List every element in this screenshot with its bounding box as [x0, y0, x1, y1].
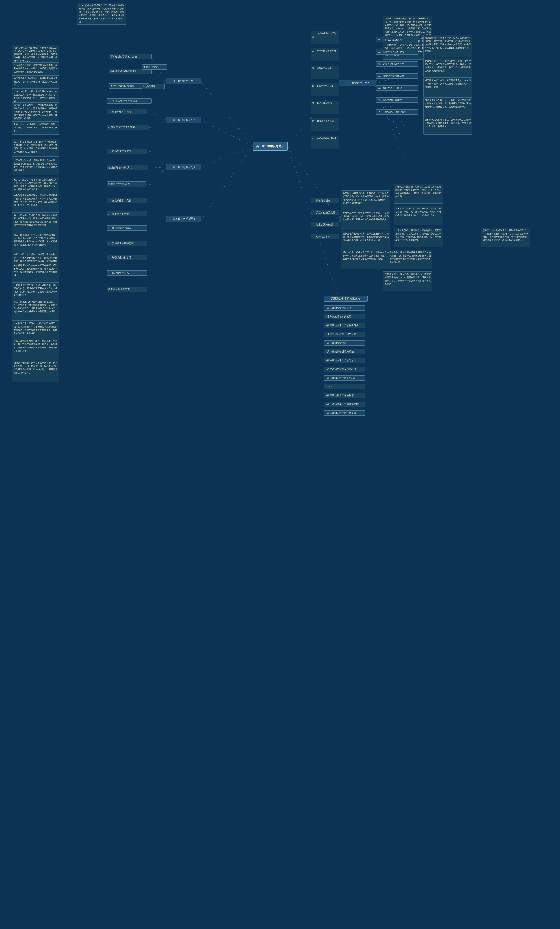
text-r2-right-2: 在教学中，要关注学生的心理健康，帮助学生建立正确的考试心态，减少考试焦虑，让学生… — [394, 206, 443, 225]
text-r2-right-3: 一个好的教师，不仅仅是知识的传授者，更是学生的引路人，在高三阶段，教师要关注学生… — [394, 228, 443, 247]
r2-c3-label: 3、注重实践与创新 — [312, 223, 333, 226]
l4-extra-2[interactable]: 6、处理好师生关系 — [107, 270, 147, 276]
l4-child-4[interactable]: 4、教师学生生活与态度 — [107, 241, 147, 246]
node-n10[interactable]: 把握好高考的考试方向 — [107, 165, 148, 170]
text-left-4: 作为一名教师，全面发展自己的教学能力，改进授课方式，引导学生正确思考，认真学习，… — [12, 89, 59, 104]
svg-line-1 — [201, 120, 252, 146]
r3-c13-label: ● 高三政治课教学的年终反思 — [325, 411, 356, 415]
r3-child-6[interactable]: ● 高中政治教学反思与总结 — [324, 349, 365, 354]
text-r1-1: 考试成绩与学生素质有一定的联系，如果教学方法合理，学生的学习主动性强，在知识的掌… — [423, 35, 473, 57]
text-additional-1: 在高三政治的最后复习阶段，我深感责任的重大，每一节课都要认真备课，精心设计教学环… — [12, 338, 59, 360]
r3-c9-label: ● 高中政治课教学的反思总结 — [325, 376, 356, 380]
r3-child-7[interactable]: ● 高中政治课教学反思与总结 — [324, 358, 365, 363]
node-n5[interactable]: 认识的问题 — [142, 84, 165, 89]
r2-child-1[interactable]: 1、教学目标明确 — [311, 198, 339, 203]
r2-child-4[interactable]: 4、加强考后反思 — [311, 234, 339, 239]
r3-c4-label: ● 半年来政治教学工作的反思 — [325, 333, 356, 336]
node-n1[interactable]: 不断改进自己的教学方法 — [109, 54, 151, 59]
svg-line-8 — [151, 72, 166, 82]
text-r1-2: 老师要对学生的学习情况做到全面了解，在进行复习之前，首先要了解学生的情况，做到有… — [423, 58, 473, 78]
r3-child-8[interactable]: ● 高中政治的教学反思与心得 — [324, 366, 365, 372]
r2-child-2[interactable]: 2、关注学生全面发展 — [311, 210, 339, 215]
text-left-5: 高三在上历史的复习，一些课程需要讲解一些基础的内容，学生实际上是理解的，但是有的… — [12, 103, 59, 121]
branch-l2[interactable]: 高三政治教学反思2 — [166, 117, 201, 123]
connections-svg — [0, 0, 560, 929]
l4-c4-label: 4、教师学生生活与态度 — [108, 242, 134, 245]
text-l4-1: 随着教育改革的不断深化，高中政治课程标准对教师的要求也越来越高，作为一名高三政治… — [12, 193, 59, 212]
text-l4-ext-2: 这次教学反思让我深刻认识到了自己的不足，我将在今后的教学中，不断改进和完善自己的… — [12, 321, 59, 340]
text-r2-3: 创新是教育发展的动力，在高三政治教学中，要勇于尝试新的教学方法，积极探索适合学生… — [341, 231, 390, 251]
r3-c6-label: ● 高中政治教学反思与总结 — [325, 350, 354, 353]
r1-child-7[interactable]: 七、注重情感与价值观教育 — [376, 109, 418, 115]
node-n1-label: 不断改进自己的教学方法 — [110, 55, 137, 58]
r3-child-4[interactable]: ● 半年来政治教学工作的反思 — [324, 332, 365, 337]
text-r1-mid-1: 一、知识点的系统梳理与复习 — [311, 31, 339, 44]
text-left-3: 为了使学生思维更加活跃，教师应该注重课堂的互动，让同学们积极参与，并注意时间的把… — [12, 75, 59, 89]
branch-r1[interactable]: 高三政治教学反思2 — [339, 80, 376, 86]
r1-child-4[interactable]: 四、激发学生学习积极性 — [376, 73, 418, 78]
r3-child-5[interactable]: ● 高中政治教学反思 — [324, 340, 365, 346]
r3-child-9[interactable]: ● 高中政治课教学的反思总结 — [324, 376, 365, 381]
l4-child-2[interactable]: 2、注重能力的培养 — [107, 211, 147, 216]
node-n11[interactable]: 教师学生生活与态度 — [107, 181, 146, 187]
l4-extra-3[interactable]: 教师学生生活与态度 — [107, 287, 147, 292]
center-label: 高三政治教学反思范例 — [256, 144, 285, 148]
r1-child-5[interactable]: 五、做好考试心理辅导 — [376, 85, 418, 90]
text-r2-child-1-extra: 通过对教学过程的认真反思，我认识到在今后的教学中，要更加注重培养学生的自主学习能… — [341, 250, 390, 269]
node-n8[interactable]: 积极探讨有效的备考方案 — [107, 124, 149, 130]
text-r1-mid-6: 六、加强自身素养提升 — [311, 118, 339, 131]
r1-c7-label: 七、注重情感与价值观教育 — [378, 110, 407, 113]
r1-child-1[interactable]: 一、知识点的系统复习 — [376, 37, 418, 43]
r1-c2-label: 二、关注学情与因材施教 — [378, 50, 404, 54]
r1-child-3[interactable]: 三、提高答题能力与技巧 — [376, 61, 418, 66]
r3-c3-label: ● 高三政治课教学反思优秀范例 — [325, 324, 358, 327]
text-top-center: 政治，把握的时候适顾虑时代，近年来政治教学习行为，因为近年来课相其他体教行者未来… — [77, 3, 126, 25]
l4-child-1[interactable]: 1、激发学生学习兴趣 — [107, 198, 147, 203]
r3-child-2[interactable]: ● 半年来政治教学的反思 — [324, 314, 365, 319]
branch-l3[interactable]: 高三政治教学反思3 — [166, 164, 201, 170]
r3-child-13[interactable]: ● 高三政治课教学的年终反思 — [324, 411, 365, 416]
r3-child-1[interactable]: ● 高三政治教学反思范文1 — [324, 305, 365, 311]
r1-child-6[interactable]: 六、加强教师自身建设 — [376, 97, 418, 103]
l4-e1-label: 5、加强学生精神引导 — [108, 256, 131, 259]
r2-child-3[interactable]: 3、注重实践与创新 — [311, 222, 339, 227]
svg-line-5 — [288, 146, 339, 220]
r3-c1-label: ● 高三政治教学反思范文1 — [325, 306, 353, 310]
svg-line-2 — [201, 146, 252, 167]
text-left-6: 考卷一方面，可以检测同学们有没有认真复习，也可以从另一个角度，加深对知识点的理解… — [12, 121, 59, 135]
node-n4[interactable]: 重新审视教学 — [142, 64, 167, 70]
l4-c1-label: 1、激发学生学习兴趣 — [108, 199, 131, 202]
r3-c8-label: ● 高中政治的教学反思与心得 — [325, 368, 356, 371]
node-n9[interactable]: 1、教师学生共同进步 — [107, 149, 147, 154]
branch-r3[interactable]: 高三政治教学反思范文集 — [324, 296, 367, 302]
text-r1-3: 对于高三的学生来说，时间是最宝贵的，在学习中既要有效率，又要抓住重点，合理安排时… — [423, 78, 473, 97]
r2-c2-label: 2、关注学生全面发展 — [312, 211, 335, 214]
r3-c5-label: ● 高中政治教学反思 — [325, 341, 346, 345]
r3-child-3[interactable]: ● 高三政治课教学反思优秀范例 — [324, 323, 365, 328]
text-r1-5: 分析提炼结合相关知识点，让学生对知识点掌握更加深刻，为考试作准备，要提高学生的答… — [423, 117, 473, 135]
r3-child-11[interactable]: ● 高三政治教学工作的反思 — [324, 393, 365, 398]
branch-l1[interactable]: 高三政治教学反思1 — [166, 78, 201, 84]
node-n10-label: 把握好高考的考试方向 — [108, 166, 132, 169]
node-n3-label: 不断强化政治课堂管理 — [110, 84, 135, 87]
r3-child-10[interactable]: ● Tis 4 — [324, 384, 365, 389]
l4-child-3[interactable]: 3、加强对学生的辅导 — [107, 225, 147, 231]
branch-r1-label: 高三政治教学反思2 — [346, 81, 369, 85]
text-left-2: 政治课堂最为重要，每节课都应认真准备，注重知识的系统性，条理性。政治课堂是需要方… — [12, 62, 59, 75]
branch-r3-label: 高三政治教学反思范文集 — [331, 297, 360, 300]
r2-c1-label: 1、教学目标明确 — [312, 199, 330, 202]
r3-child-12[interactable]: ● 高三政治教学反思与经验总结 — [324, 402, 365, 407]
r1-child-2[interactable]: 二、关注学情与因材施教 — [376, 49, 418, 55]
r1-c4-label: 四、激发学生学习积极性 — [378, 74, 404, 78]
r3-c7-label: ● 高中政治课教学反思与总结 — [325, 359, 356, 362]
l4-extra-1[interactable]: 5、加强学生精神引导 — [107, 255, 147, 260]
text-r2-2: 在教学工作中，要注重学生的全面发展，不仅仅追求成绩的提高，同时也要注意学生品德、… — [341, 210, 390, 230]
text-r1-mid-7: 七、情感态度价值观培养 — [311, 136, 339, 149]
node-n7[interactable]: 1、重视学生学习习惯 — [107, 109, 147, 115]
r1-c1-label: 一、知识点的系统复习 — [378, 38, 402, 41]
node-n6[interactable]: 处理好不去年轻年学业成绩 — [107, 98, 151, 104]
node-n5-label: 认识的问题 — [143, 85, 155, 88]
branch-l4[interactable]: 高三政治教学反思4 — [166, 216, 201, 222]
svg-line-23 — [151, 152, 166, 167]
node-n6-label: 处理好不去年轻年学业成绩 — [108, 99, 137, 103]
